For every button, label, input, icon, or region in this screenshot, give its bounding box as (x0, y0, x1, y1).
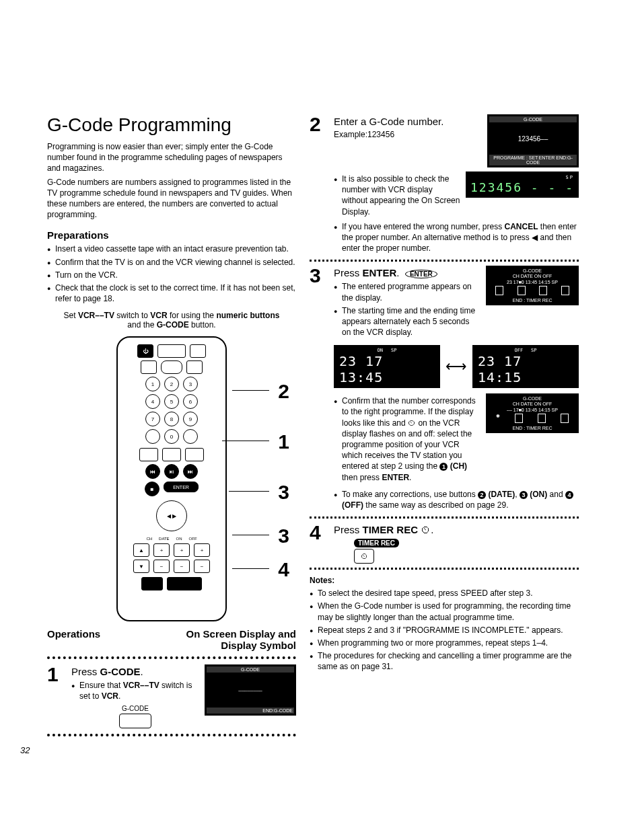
notes-section: Notes: To select the desired tape speed,… (310, 574, 579, 672)
operations-heading: Operations (47, 628, 100, 640)
num-btn: 1 (145, 377, 160, 391)
separator (47, 656, 296, 659)
small-display-step3b: G-CODE CH DATE ON OFF –– 17■0 13:45 14:1… (486, 393, 579, 433)
separator (310, 517, 579, 519)
prep-item: Confirm that the TV is on and the VCR vi… (47, 257, 296, 268)
prep-item: Insert a video cassette tape with an int… (47, 243, 296, 254)
gcode-button-icon (119, 714, 151, 728)
step-number: 3 (310, 266, 328, 286)
callout-2: 2 (278, 380, 289, 403)
note-item: When programming two or more programmes,… (310, 638, 579, 648)
remote-illustration: ⏻ 123 456 789 0 ⏮⏯⏭ ■ENTER ◀ ▶ CH (47, 336, 296, 621)
intro-1: Programming is now easier than ever; sim… (47, 141, 296, 174)
gcode-button-label: G-CODE (71, 705, 199, 712)
prep-item: Check that the clock is set to the corre… (47, 282, 296, 304)
osd-step2: G-CODE 123456–– PROGRAMME : SET:ENTER EN… (487, 114, 579, 167)
note-item: Repeat steps 2 and 3 if "PROGRAMME IS IN… (310, 625, 579, 636)
step-3: 3 Press ENTER. ENTER The entered program… (310, 266, 579, 512)
page-number: 32 (20, 745, 30, 755)
small-display-step3a: G-CODE CH DATE ON OFF 23 17■0 13:45 14:1… (486, 266, 579, 305)
num-btn: 7 (145, 412, 160, 426)
num-btn: 4 (145, 394, 160, 409)
segment-display-toggle: ONSP 23 17 13:45 ⟷ OFFSP 23 17 14:15 (334, 345, 579, 388)
step-number: 2 (310, 114, 328, 135)
num-btn: 5 (164, 394, 179, 409)
intro-2: G-Code numbers are numbers assigned to p… (47, 177, 296, 221)
num-btn: 9 (183, 412, 198, 426)
switch-note: Set VCR––TV switch to VCR for using the … (61, 311, 283, 330)
preparations-list: Insert a video cassette tape with an int… (47, 243, 296, 304)
separator (310, 260, 579, 262)
notes-heading: Notes: (310, 576, 334, 585)
num-btn: 0 (164, 429, 179, 444)
enter-button-icon: ENTER (405, 270, 437, 278)
page-title: G-Code Programming (47, 114, 296, 136)
flashing-clock-icon: ✺ (496, 414, 500, 423)
remote-power-icon: ⏻ (137, 344, 153, 358)
timer-rec-chip: TIMER REC (354, 539, 399, 547)
callout-3b: 3 (278, 525, 289, 547)
note-item: When the G-Code number is used for progr… (310, 601, 579, 622)
enter-button: ENTER (164, 482, 199, 492)
separator (47, 734, 296, 736)
toggle-arrow-icon: ⟷ (445, 358, 467, 375)
step-4: 4 Press TIMER REC ⏲. TIMER REC ⏲ (310, 523, 579, 564)
callout-3a: 3 (278, 481, 289, 504)
callout-1: 1 (278, 430, 289, 453)
osd-step1: G-CODE –––––––– END:G-CODE (205, 664, 296, 716)
jog-dial-icon: ◀ ▶ (156, 500, 187, 531)
osd-heading: On Screen Display and Display Symbol (182, 628, 296, 651)
step-number: 1 (47, 664, 66, 685)
step-1: 1 Press G-CODE. Ensure that VCR––TV swit… (47, 664, 296, 728)
clock-button-icon: ⏲ (354, 549, 374, 564)
prep-item: Turn on the VCR. (47, 270, 296, 280)
vcr-display-step2: SP 123456 - - - (466, 171, 579, 198)
num-btn: 2 (164, 377, 179, 391)
num-btn: 8 (164, 412, 179, 426)
preparations-heading: Preparations (47, 229, 296, 241)
separator (310, 568, 579, 570)
note-item: To select the desired tape speed, press … (310, 588, 579, 599)
num-btn: 3 (183, 377, 198, 391)
num-btn: 6 (183, 394, 198, 409)
note-item: The procedures for checking and cancelli… (310, 650, 579, 672)
callout-4: 4 (278, 558, 289, 581)
step-number: 4 (310, 523, 328, 543)
step-2: 2 Enter a G-Code number. Example:123456 … (310, 114, 579, 256)
